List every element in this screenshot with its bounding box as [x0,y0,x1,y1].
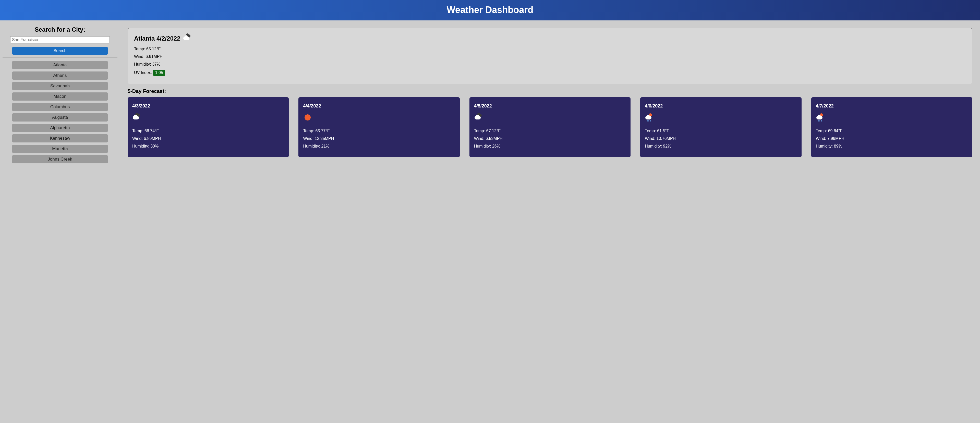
forecast-wind: Wind: 7.99MPH [816,136,968,141]
current-temp: Temp: 65.12°F [134,47,966,51]
current-wind: Wind: 6.91MPH [134,54,966,59]
history-item[interactable]: Columbus [12,103,108,111]
forecast-weather-icon [645,113,797,122]
forecast-wind: Wind: 6.53MPH [474,136,626,141]
forecast-weather-icon [303,113,455,122]
forecast-card: 4/7/2022Temp: 69.64°FWind: 7.99MPHHumidi… [811,97,972,157]
forecast-humidity: Humidity: 30% [132,144,284,149]
forecast-wind: Wind: 12.35MPH [303,136,455,141]
current-title-row: Atlanta 4/2/2022 [134,34,966,43]
history-item[interactable]: Savannah [12,82,108,90]
main-container: Search for a City: Search AtlantaAthensS… [0,21,980,166]
history-item[interactable]: Macon [12,92,108,100]
forecast-heading: 5-Day Forecast: [128,88,972,94]
forecast-weather-icon [474,113,626,122]
history-item[interactable]: Augusta [12,113,108,121]
forecast-temp: Temp: 66.74°F [132,129,284,133]
history-item[interactable]: Alpharetta [12,124,108,132]
history-item[interactable]: Atlanta [12,61,108,69]
forecast-temp: Temp: 61.5°F [645,129,797,133]
current-uv-row: UV Index: 1.05 [134,70,966,76]
history-item[interactable]: Marietta [12,145,108,153]
current-city-date: Atlanta 4/2/2022 [134,35,180,42]
forecast-temp: Temp: 67.12°F [474,129,626,133]
forecast-humidity: Humidity: 89% [816,144,968,149]
forecast-row: 4/3/2022Temp: 66.74°FWind: 6.89MPHHumidi… [128,97,972,157]
forecast-humidity: Humidity: 21% [303,144,455,149]
forecast-weather-icon [132,113,284,122]
forecast-wind: Wind: 6.89MPH [132,136,284,141]
app-header: Weather Dashboard [0,0,980,21]
current-humidity: Humidity: 37% [134,62,966,67]
forecast-card: 4/6/2022Temp: 61.5°FWind: 10.76MPHHumidi… [640,97,801,157]
sidebar: Search for a City: Search AtlantaAthensS… [0,26,120,166]
forecast-card: 4/3/2022Temp: 66.74°FWind: 6.89MPHHumidi… [128,97,289,157]
forecast-date: 4/4/2022 [303,103,455,109]
forecast-temp: Temp: 69.64°F [816,129,968,133]
forecast-card: 4/5/2022Temp: 67.12°FWind: 6.53MPHHumidi… [469,97,630,157]
current-weather-card: Atlanta 4/2/2022 Temp: 65.12°F Wind: 6.9… [128,28,972,84]
sidebar-divider [3,57,118,57]
search-button[interactable]: Search [12,47,108,55]
forecast-date: 4/7/2022 [816,103,968,109]
forecast-humidity: Humidity: 92% [645,144,797,149]
app-title: Weather Dashboard [0,5,980,15]
search-heading: Search for a City: [10,26,110,33]
forecast-temp: Temp: 63.77°F [303,129,455,133]
forecast-date: 4/3/2022 [132,103,284,109]
history-item[interactable]: Athens [12,72,108,80]
forecast-humidity: Humidity: 26% [474,144,626,149]
forecast-weather-icon [816,113,968,122]
search-history: AtlantaAthensSavannahMaconColumbusAugust… [10,61,110,163]
forecast-date: 4/5/2022 [474,103,626,109]
current-uv-label: UV Index: [134,70,153,75]
main-panel: Atlanta 4/2/2022 Temp: 65.12°F Wind: 6.9… [120,26,980,166]
forecast-wind: Wind: 10.76MPH [645,136,797,141]
forecast-date: 4/6/2022 [645,103,797,109]
city-search-input[interactable] [10,36,110,43]
current-weather-icon [183,34,192,43]
history-item[interactable]: Kennesaw [12,134,108,142]
history-item[interactable]: Johns Creek [12,155,108,163]
uv-index-badge: 1.05 [153,70,165,76]
forecast-card: 4/4/2022Temp: 63.77°FWind: 12.35MPHHumid… [298,97,460,157]
